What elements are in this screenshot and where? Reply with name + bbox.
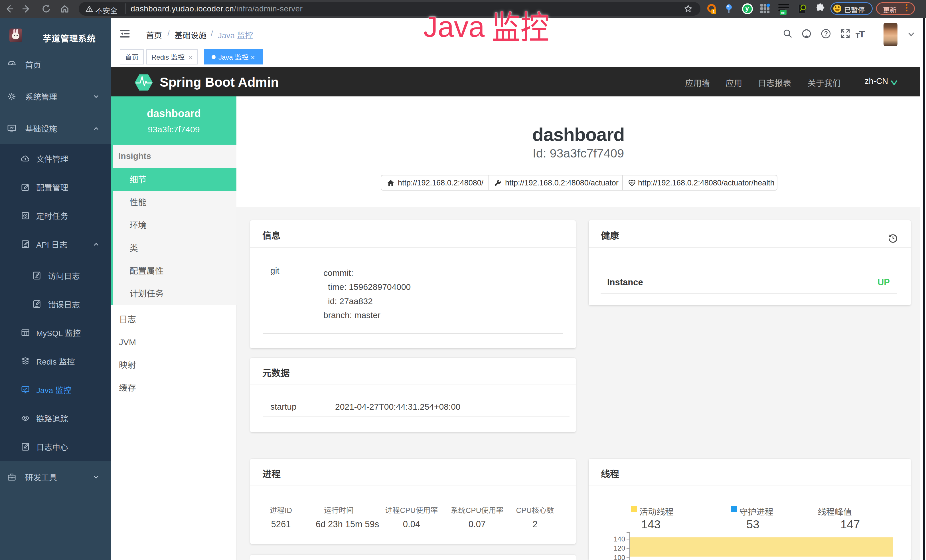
svg-text:on: on xyxy=(781,10,785,15)
svg-text:1: 1 xyxy=(713,9,715,14)
